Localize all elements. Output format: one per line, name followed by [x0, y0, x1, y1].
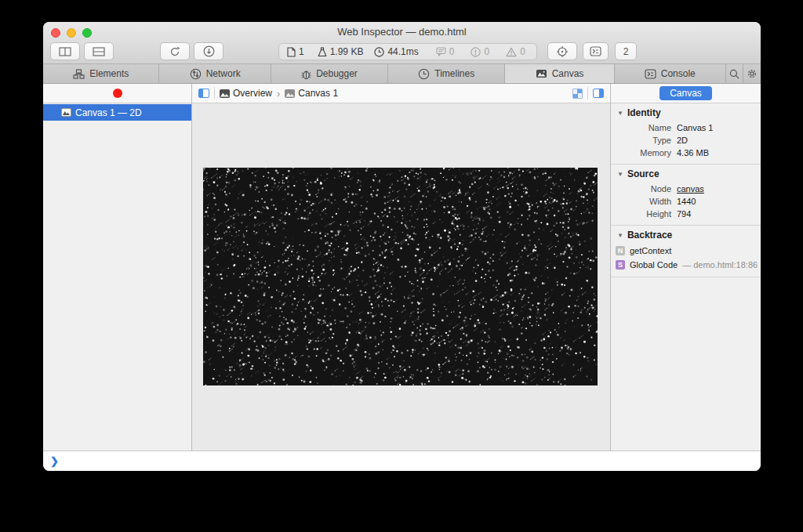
- tab-canvas[interactable]: Canvas: [505, 64, 614, 83]
- row-label: Name: [611, 123, 671, 132]
- crosshair-icon: [556, 45, 569, 58]
- load-time-stat[interactable]: 44.1ms: [374, 46, 418, 57]
- breadcrumb-separator: ›: [277, 88, 280, 100]
- row-label: Node: [611, 184, 671, 194]
- logs-count: 0: [449, 46, 455, 57]
- tab-label: Timelines: [434, 68, 474, 79]
- canvas-image-icon: [536, 69, 547, 78]
- backtrace-entry-global-code[interactable]: S Global Code — demo.html:18:86: [611, 258, 761, 272]
- show-transparency-grid-icon[interactable]: [572, 89, 583, 99]
- overview-icon: [220, 89, 230, 98]
- canvas-preview-container: [203, 168, 598, 385]
- error-circle-icon: [471, 47, 481, 57]
- resource-stats-group: 1 1.99 KB 44.1ms: [278, 43, 537, 60]
- content-pane: Overview › Canvas 1: [192, 84, 610, 451]
- tab-label: Canvas: [552, 68, 584, 79]
- breadcrumb-label: Canvas 1: [298, 88, 338, 99]
- source-row-node: Node canvas: [611, 183, 761, 195]
- search-button[interactable]: [726, 64, 743, 83]
- errors-count: 0: [484, 46, 489, 57]
- main-area: Canvas 1 — 2D Overview › Canvas 1: [43, 84, 761, 451]
- transfer-size-stat[interactable]: 1.99 KB: [318, 46, 364, 57]
- source-row-width: Width 1440: [611, 195, 761, 208]
- resource-weight-icon: [318, 47, 327, 57]
- backtrace-location: — demo.html:18:86: [682, 260, 758, 270]
- bug-icon: [301, 68, 311, 80]
- reload-page-button[interactable]: [160, 42, 190, 60]
- element-selection-button[interactable]: [547, 42, 577, 60]
- quick-console-bar[interactable]: ❯: [43, 451, 761, 471]
- toggle-left-sidebar-button[interactable]: [50, 42, 80, 60]
- collapse-right-sidebar-icon[interactable]: [593, 89, 604, 98]
- canvas-scope-button[interactable]: Canvas: [659, 86, 712, 100]
- warnings-stat[interactable]: 0: [506, 46, 525, 57]
- load-time: 44.1ms: [387, 46, 418, 57]
- errors-stat[interactable]: 0: [471, 46, 489, 57]
- open-tabs-count-button[interactable]: 2: [615, 42, 637, 60]
- search-icon: [729, 69, 739, 79]
- console-logs-stat[interactable]: 0: [436, 46, 455, 57]
- row-label: Memory: [611, 148, 671, 157]
- backtrace-section-header[interactable]: ▼ Backtrace: [611, 226, 761, 244]
- toggle-bottom-console-button[interactable]: [84, 42, 114, 60]
- sidebar-item-canvas-1[interactable]: Canvas 1 — 2D: [43, 104, 191, 121]
- divider: [587, 87, 588, 100]
- identity-row-memory: Memory 4.36 MB: [611, 147, 761, 159]
- tab-elements[interactable]: Elements: [43, 64, 159, 83]
- scope-bar: Canvas: [611, 84, 761, 103]
- record-button[interactable]: [113, 89, 122, 98]
- canvas-list-sidebar: Canvas 1 — 2D: [43, 84, 192, 451]
- script-badge: S: [616, 260, 625, 270]
- download-web-archive-button[interactable]: [194, 42, 223, 60]
- breadcrumb-overview[interactable]: Overview: [220, 88, 272, 99]
- canvas-preview[interactable]: [203, 168, 598, 385]
- speech-bubble-icon: [436, 47, 446, 56]
- collapse-left-sidebar-icon[interactable]: [198, 89, 209, 98]
- document-count: 1: [299, 46, 304, 57]
- breadcrumb-label: Overview: [233, 88, 272, 99]
- settings-button[interactable]: [743, 64, 761, 83]
- document-icon: [287, 47, 296, 57]
- transfer-size: 1.99 KB: [330, 46, 364, 57]
- identity-section-header[interactable]: ▼ Identity: [611, 103, 761, 121]
- tab-network[interactable]: Network: [159, 64, 271, 83]
- backtrace-entry-getcontext[interactable]: N getContext: [611, 244, 761, 258]
- tab-label: Debugger: [316, 68, 358, 79]
- backtrace-section: ▼ Backtrace N getContext S Global Code —…: [611, 226, 761, 277]
- timelines-clock-icon: [418, 68, 430, 80]
- breadcrumb-canvas-1[interactable]: Canvas 1: [285, 88, 338, 99]
- row-label: Height: [611, 209, 671, 219]
- reload-icon: [169, 46, 180, 57]
- canvas-thumbnail-icon: [61, 108, 71, 117]
- tab-picker-count: 2: [623, 46, 629, 57]
- disclosure-triangle-icon: ▼: [617, 171, 623, 178]
- console-tab-icon: [645, 69, 656, 79]
- window-title: Web Inspector — demo.html: [43, 26, 761, 38]
- section-title: Source: [627, 168, 659, 179]
- clock-icon: [374, 47, 384, 57]
- document-count-stat[interactable]: 1: [287, 46, 304, 57]
- identity-row-type: Type 2D: [611, 134, 761, 147]
- source-section-header[interactable]: ▼ Source: [611, 165, 761, 183]
- recording-strip: [43, 84, 191, 103]
- identity-row-name: Name Canvas 1: [611, 121, 761, 134]
- tab-console[interactable]: Console: [615, 64, 726, 83]
- quick-console-button[interactable]: [583, 42, 609, 60]
- section-title: Backtrace: [627, 230, 672, 241]
- split-horizontal-icon: [93, 47, 105, 56]
- window-header: Web Inspector — demo.html: [43, 22, 761, 63]
- split-vertical-icon: [59, 47, 71, 56]
- row-label: Width: [611, 197, 671, 206]
- row-value: 1440: [677, 197, 696, 206]
- row-value: 2D: [677, 136, 688, 145]
- tab-timelines[interactable]: Timelines: [388, 64, 505, 83]
- sidebar-item-label: Canvas 1 — 2D: [75, 107, 142, 118]
- console-prompt-chevron: ❯: [50, 455, 59, 467]
- node-link[interactable]: canvas: [677, 184, 704, 194]
- console-prompt-icon: [590, 46, 601, 56]
- tab-label: Elements: [89, 68, 129, 79]
- details-sidebar: Canvas ▼ Identity Name Canvas 1 Type 2D …: [610, 84, 761, 451]
- row-value: 4.36 MB: [677, 148, 709, 157]
- section-title: Identity: [627, 107, 661, 118]
- tab-debugger[interactable]: Debugger: [271, 64, 388, 83]
